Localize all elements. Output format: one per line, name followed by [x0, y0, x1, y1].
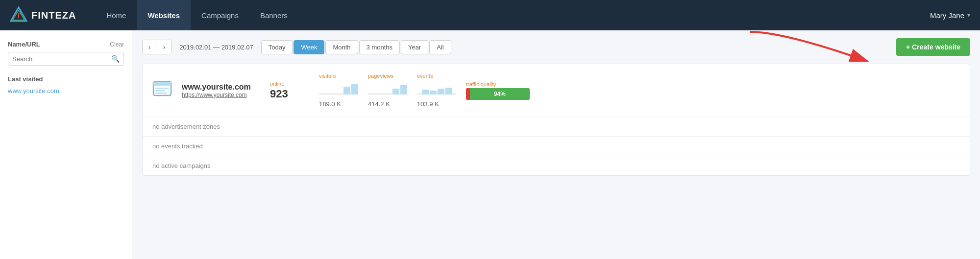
last-visited-section: Last visited www.yoursite.com — [8, 75, 124, 94]
visitors-chart — [319, 80, 358, 98]
traffic-bad-bar — [466, 88, 470, 100]
online-value: 923 — [270, 88, 288, 100]
visitors-stat: visitors 189.0 K — [319, 73, 358, 108]
logo-area: FINTEZA — [10, 6, 76, 24]
site-url[interactable]: https://www.yoursite.com — [182, 92, 260, 98]
info-row-ads: no advertisement zones — [143, 117, 970, 137]
sidebar: Name/URL Clear 🔍 Last visited www.yoursi… — [0, 30, 132, 259]
header: FINTEZA Home Websites Campaigns Banners … — [0, 0, 980, 30]
period-month[interactable]: Month — [325, 40, 358, 54]
nav-websites[interactable]: Websites — [137, 0, 191, 30]
prev-date-button[interactable]: ‹ — [143, 40, 157, 54]
events-chart — [417, 80, 456, 98]
events-label: events — [417, 73, 433, 79]
clear-button[interactable]: Clear — [110, 41, 124, 48]
svg-rect-14 — [400, 85, 407, 94]
svg-rect-13 — [392, 89, 399, 94]
date-nav-arrows: ‹ › — [142, 40, 172, 54]
svg-rect-19 — [445, 88, 452, 94]
events-value: 103.9 K — [417, 100, 439, 108]
period-week[interactable]: Week — [294, 40, 324, 54]
period-year[interactable]: Year — [401, 40, 428, 54]
visitors-value: 189.0 K — [319, 100, 341, 108]
traffic-quality-bar: 94% — [466, 88, 530, 100]
visitors-label: visitors — [319, 73, 336, 79]
filter-label: Name/URL — [8, 41, 40, 48]
traffic-good-bar: 94% — [470, 88, 530, 100]
toolbar: ‹ › 2019.02.01 — 2019.02.07 Today Week M… — [142, 38, 970, 56]
main-nav: Home Websites Campaigns Banners — [96, 0, 930, 30]
nav-campaigns[interactable]: Campaigns — [191, 0, 249, 30]
svg-rect-7 — [155, 90, 165, 92]
sidebar-filter-header: Name/URL Clear — [8, 40, 124, 48]
svg-rect-5 — [153, 82, 171, 86]
nav-home[interactable]: Home — [96, 0, 137, 30]
search-icon[interactable]: 🔍 — [111, 55, 120, 63]
info-row-events: no events tracked — [143, 137, 970, 156]
svg-rect-8 — [155, 93, 167, 94]
chevron-down-icon: ▾ — [967, 12, 970, 19]
svg-rect-6 — [155, 88, 169, 89]
site-info: www.yoursite.com https://www.yoursite.co… — [182, 83, 260, 98]
traffic-quality-value: 94% — [494, 91, 506, 97]
period-3months[interactable]: 3 months — [359, 40, 400, 54]
period-buttons: Today Week Month 3 months Year All — [261, 40, 451, 54]
user-menu[interactable]: Mary Jane ▾ — [930, 11, 970, 20]
info-row-campaigns: no active campaigns — [143, 156, 970, 175]
site-name: www.yoursite.com — [182, 83, 260, 92]
pageviews-stat: pageviews 414.2 K — [368, 73, 407, 108]
pageviews-value: 414.2 K — [368, 100, 390, 108]
period-today[interactable]: Today — [261, 40, 293, 54]
last-visited-label: Last visited — [8, 75, 124, 83]
user-name: Mary Jane — [930, 11, 964, 20]
last-visited-link[interactable]: www.yoursite.com — [8, 87, 59, 94]
date-range-display: 2019.02.01 — 2019.02.07 — [175, 44, 257, 51]
svg-rect-10 — [343, 87, 350, 94]
content-area: ‹ › 2019.02.01 — 2019.02.07 Today Week M… — [132, 30, 980, 259]
svg-rect-16 — [422, 90, 429, 94]
next-date-button[interactable]: › — [157, 40, 172, 54]
online-label: online — [270, 81, 284, 87]
website-main-row: www.yoursite.com https://www.yoursite.co… — [143, 64, 970, 117]
website-card: www.yoursite.com https://www.yoursite.co… — [142, 64, 970, 176]
events-stat: events 103.9 K — [417, 73, 456, 108]
logo-text: FINTEZA — [31, 10, 76, 21]
svg-rect-11 — [351, 84, 358, 94]
online-stat: online 923 — [270, 81, 309, 100]
pageviews-chart — [368, 80, 407, 98]
svg-rect-17 — [430, 91, 437, 94]
finteza-logo-icon — [10, 6, 27, 24]
nav-banners[interactable]: Banners — [249, 0, 298, 30]
website-icon — [152, 79, 172, 102]
pageviews-label: pageviews — [368, 73, 393, 79]
period-all[interactable]: All — [429, 40, 451, 54]
traffic-quality-label: traffic quality — [466, 81, 496, 87]
create-website-button[interactable]: + Create website — [896, 38, 970, 56]
search-input[interactable] — [12, 55, 111, 63]
svg-rect-18 — [438, 89, 444, 94]
search-box: 🔍 — [8, 52, 124, 66]
main-layout: Name/URL Clear 🔍 Last visited www.yoursi… — [0, 30, 980, 259]
traffic-quality-stat: traffic quality 94% — [466, 81, 535, 100]
